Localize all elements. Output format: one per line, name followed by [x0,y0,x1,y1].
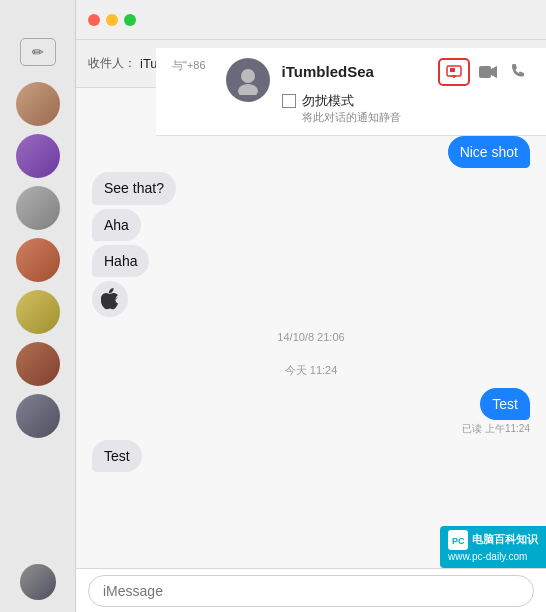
message-row: Test 已读 上午11:24 [92,388,530,436]
compose-icon: ✏ [32,44,44,60]
traffic-lights [88,14,136,26]
self-avatar[interactable] [20,564,56,600]
message-row: Test [92,440,530,472]
watermark: PC 电脑百科知识 www.pc-daily.com [440,526,546,568]
svg-rect-6 [479,66,491,78]
video-call-button[interactable] [476,60,500,84]
contact-avatar-2[interactable] [16,134,60,178]
message-row: See that? [92,172,530,204]
minimize-button[interactable] [106,14,118,26]
titlebar [76,0,546,40]
contact-avatar-7[interactable] [16,394,60,438]
compose-button[interactable]: ✏ [20,38,56,66]
watermark-line1: 电脑百科知识 [472,532,538,547]
svg-text:PC: PC [452,536,465,546]
audio-call-button[interactable] [506,60,530,84]
svg-marker-7 [491,66,497,78]
contact-popup: 与"+86 iTumbledSea [156,48,546,136]
sidebar-bottom [20,564,56,600]
contact-avatar-4[interactable] [16,238,60,282]
contact-avatar-5[interactable] [16,290,60,334]
contact-list [0,82,75,438]
svg-point-1 [238,84,258,95]
recipient-label: 收件人： [88,55,136,72]
maximize-button[interactable] [124,14,136,26]
popup-info: iTumbledSea [282,58,530,125]
sidebar: ✏ [0,0,76,612]
message-row: Aha [92,209,530,241]
message-input[interactable] [88,575,534,607]
with-label: 与"+86 [172,58,206,73]
watermark-line2: www.pc-daily.com [448,550,527,564]
popup-contact-name: iTumbledSea [282,63,374,80]
messages-area: Haha Nice shot See that? Aha Haha 14/10/… [76,88,546,568]
contact-avatar-3[interactable] [16,186,60,230]
dnd-sublabel: 将此对话的通知静音 [302,110,530,125]
contact-avatar-6[interactable] [16,342,60,386]
popup-icons [438,58,530,86]
input-area [76,568,546,612]
close-button[interactable] [88,14,100,26]
message-bubble: Test [480,388,530,420]
svg-rect-3 [450,68,455,72]
message-bubble: Aha [92,209,141,241]
main-panel: 收件人： iTumbledSea 详细信息 与"+86 iTumbledSea [76,0,546,612]
screen-share-button[interactable] [438,58,470,86]
message-bubble: Haha [92,245,149,277]
message-bubble: Test [92,440,142,472]
contact-avatar-1[interactable] [16,82,60,126]
dnd-label: 勿扰模式 [302,92,354,110]
apple-logo-bubble [92,281,128,317]
message-row: Haha [92,245,530,277]
popup-avatar [226,58,270,102]
watermark-logo: PC [448,530,468,550]
timestamp: 14/10/8 21:06 [277,331,344,343]
dnd-option: 勿扰模式 [282,92,530,110]
message-bubble: Nice shot [448,136,530,168]
dnd-checkbox[interactable] [282,94,296,108]
message-bubble: See that? [92,172,176,204]
message-row: Nice shot [92,136,530,168]
svg-point-0 [241,69,255,83]
timestamp: 今天 11:24 [285,363,338,378]
apple-logo-message [92,281,530,317]
delivered-text: 已读 上午11:24 [462,422,530,436]
